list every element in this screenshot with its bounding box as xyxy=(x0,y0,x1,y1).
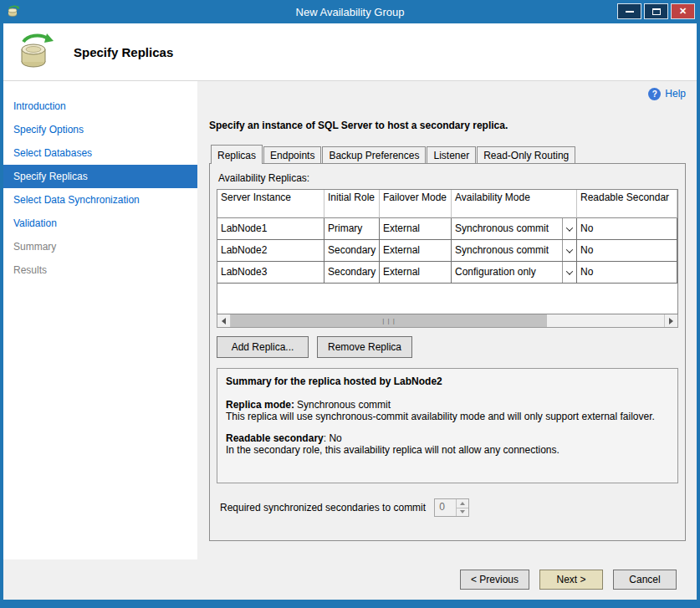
chevron-down-icon xyxy=(566,246,573,253)
window-controls: ✕ xyxy=(617,3,695,19)
dropdown-value: Synchronous commit xyxy=(452,218,562,239)
wizard-header: Specify Replicas xyxy=(3,23,697,81)
chevron-down-icon xyxy=(566,224,573,231)
cell-availability-mode: Configuration only xyxy=(452,262,577,284)
cell-server-instance[interactable]: LabNode3 xyxy=(217,262,324,284)
scroll-right-icon xyxy=(669,318,673,324)
maximize-button[interactable] xyxy=(644,3,668,19)
scrollbar-track[interactable]: | | | xyxy=(231,314,664,327)
help-link[interactable]: Help xyxy=(665,88,686,100)
help-icon[interactable]: ? xyxy=(648,88,661,100)
cell-availability-mode: Synchronous commit xyxy=(452,240,577,262)
readable-secondary-label: Readable secondary xyxy=(226,432,324,444)
cell-initial-role[interactable]: Secondary xyxy=(324,262,380,284)
scroll-right-button[interactable] xyxy=(664,314,677,327)
sidebar-item-select-databases[interactable]: Select Databases xyxy=(3,141,197,165)
cell-readable-secondary[interactable]: No xyxy=(577,262,677,284)
cell-initial-role[interactable]: Primary xyxy=(324,218,380,240)
grid-row-labnode3: LabNode3 Secondary External Configuratio… xyxy=(217,262,677,284)
wizard-steps-sidebar: Introduction Specify Options Select Data… xyxy=(3,81,197,559)
maximize-icon xyxy=(652,8,661,15)
dropdown-value: Synchronous commit xyxy=(452,240,562,261)
cell-failover-mode[interactable]: External xyxy=(380,218,452,240)
cell-availability-mode: Synchronous commit xyxy=(452,218,577,240)
wizard-footer: < Previous Next > Cancel xyxy=(3,559,697,600)
sidebar-item-specify-options[interactable]: Specify Options xyxy=(3,118,197,141)
availability-mode-dropdown[interactable]: Synchronous commit xyxy=(452,240,576,261)
scroll-left-button[interactable] xyxy=(217,314,231,327)
spinner-up-icon xyxy=(460,502,465,505)
spinner-down-icon xyxy=(460,510,465,513)
cell-server-instance[interactable]: LabNode2 xyxy=(217,240,324,262)
replica-mode-line: Replica mode:Synchronous commit xyxy=(226,399,669,411)
readable-secondary-line: Readable secondary: No xyxy=(226,432,669,444)
title-bar[interactable]: New Availability Group ✕ xyxy=(0,0,700,23)
tab-backup-preferences[interactable]: Backup Preferences xyxy=(322,146,426,163)
spinner-down-button xyxy=(457,508,468,517)
page-title: Specify Replicas xyxy=(74,45,173,59)
spinner-buttons xyxy=(456,499,468,516)
spinner-value: 0 xyxy=(435,499,456,516)
grid-row-labnode2: LabNode2 Secondary External Synchronous … xyxy=(217,240,677,262)
cell-readable-secondary[interactable]: No xyxy=(577,240,677,262)
cell-failover-mode[interactable]: External xyxy=(380,240,452,262)
minimize-icon xyxy=(626,11,634,13)
readable-secondary-value: : No xyxy=(324,432,342,444)
spinner-up-button xyxy=(457,499,468,508)
sidebar-item-validation[interactable]: Validation xyxy=(3,212,197,235)
required-secondaries-row: Required synchronized secondaries to com… xyxy=(217,498,678,517)
scrollbar-thumb[interactable]: | | | xyxy=(231,314,547,327)
app-icon xyxy=(7,5,20,18)
sidebar-item-introduction[interactable]: Introduction xyxy=(3,95,197,118)
cell-readable-secondary[interactable]: No xyxy=(577,218,677,240)
instruction-text: Specify an instance of SQL Server to hos… xyxy=(209,120,686,131)
chevron-down-icon xyxy=(566,268,573,274)
sidebar-item-specify-replicas[interactable]: Specify Replicas xyxy=(3,165,197,188)
minimize-button[interactable] xyxy=(617,3,641,19)
availability-mode-dropdown[interactable]: Configuration only xyxy=(452,262,576,283)
sidebar-item-summary: Summary xyxy=(3,235,197,258)
tab-read-only-routing[interactable]: Read-Only Routing xyxy=(477,146,575,163)
close-button[interactable]: ✕ xyxy=(671,3,695,19)
main-pane: ? Help Specify an instance of SQL Server… xyxy=(197,81,697,559)
tab-endpoints[interactable]: Endpoints xyxy=(263,146,321,163)
summary-title: Summary for the replica hosted by LabNod… xyxy=(226,376,669,387)
cancel-button[interactable]: Cancel xyxy=(613,570,677,590)
help-row: ? Help xyxy=(209,86,686,101)
previous-button[interactable]: < Previous xyxy=(460,570,529,590)
column-header-failover-mode: Failover Mode xyxy=(380,190,452,218)
replica-mode-label: Replica mode: xyxy=(226,399,294,411)
required-secondaries-spinner: 0 xyxy=(434,498,469,517)
sidebar-item-results: Results xyxy=(3,258,197,282)
remove-replica-button[interactable]: Remove Replica xyxy=(317,336,412,358)
window-title: New Availability Group xyxy=(296,6,405,18)
tab-listener[interactable]: Listener xyxy=(427,146,476,163)
close-icon: ✕ xyxy=(679,6,687,17)
cell-failover-mode[interactable]: External xyxy=(380,262,452,284)
tab-strip: Replicas Endpoints Backup Preferences Li… xyxy=(209,145,686,163)
dropdown-button[interactable] xyxy=(562,218,576,239)
cell-initial-role[interactable]: Secondary xyxy=(324,240,380,262)
availability-replicas-label: Availability Replicas: xyxy=(218,172,678,184)
dropdown-button[interactable] xyxy=(562,240,576,261)
availability-mode-dropdown[interactable]: Synchronous commit xyxy=(452,218,576,239)
tab-replicas[interactable]: Replicas xyxy=(211,145,263,164)
grid-header-row: Server Instance Initial Role Failover Mo… xyxy=(217,190,677,218)
sidebar-item-select-data-synchronization[interactable]: Select Data Synchronization xyxy=(3,188,197,212)
column-header-initial-role: Initial Role xyxy=(324,190,380,218)
grid-actions: Add Replica... Remove Replica xyxy=(217,336,678,358)
dropdown-value: Configuration only xyxy=(452,262,562,283)
add-replica-button[interactable]: Add Replica... xyxy=(217,336,309,358)
dropdown-button[interactable] xyxy=(562,262,576,283)
cell-server-instance[interactable]: LabNode1 xyxy=(217,218,324,240)
availability-group-icon xyxy=(17,33,55,71)
replica-summary-panel: Summary for the replica hosted by LabNod… xyxy=(217,368,678,483)
replicas-grid: Server Instance Initial Role Failover Mo… xyxy=(217,189,678,314)
next-button[interactable]: Next > xyxy=(539,570,603,590)
scroll-left-icon xyxy=(222,318,226,324)
replica-mode-value: Synchronous commit xyxy=(297,399,391,411)
replica-mode-description: This replica will use synchronous-commit… xyxy=(226,411,669,422)
horizontal-scrollbar[interactable]: | | | xyxy=(217,314,678,328)
grid-row-labnode1: LabNode1 Primary External Synchronous co… xyxy=(217,218,677,240)
readable-secondary-description: In the secondary role, this availability… xyxy=(226,444,669,456)
